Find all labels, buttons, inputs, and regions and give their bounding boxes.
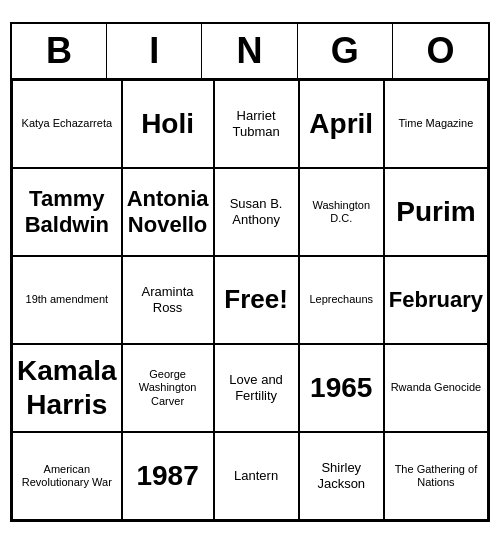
bingo-cell-0: Katya Echazarreta — [12, 80, 122, 168]
bingo-cell-3: April — [299, 80, 384, 168]
bingo-cell-9: Purim — [384, 168, 488, 256]
bingo-cell-15: Kamala Harris — [12, 344, 122, 432]
header-letter-g: G — [298, 24, 393, 78]
bingo-cell-11: Araminta Ross — [122, 256, 214, 344]
header-letter-i: I — [107, 24, 202, 78]
header-letter-b: B — [12, 24, 107, 78]
bingo-cell-14: February — [384, 256, 488, 344]
bingo-cell-13: Leprechauns — [299, 256, 384, 344]
bingo-cell-7: Susan B. Anthony — [214, 168, 299, 256]
bingo-cell-6: Antonia Novello — [122, 168, 214, 256]
bingo-card: BINGO Katya EchazarretaHoliHarriet Tubma… — [10, 22, 490, 522]
bingo-grid: Katya EchazarretaHoliHarriet TubmanApril… — [12, 80, 488, 520]
bingo-cell-12: Free! — [214, 256, 299, 344]
bingo-header: BINGO — [12, 24, 488, 80]
bingo-cell-16: George Washington Carver — [122, 344, 214, 432]
bingo-cell-2: Harriet Tubman — [214, 80, 299, 168]
bingo-cell-20: American Revolutionary War — [12, 432, 122, 520]
bingo-cell-10: 19th amendment — [12, 256, 122, 344]
bingo-cell-5: Tammy Baldwin — [12, 168, 122, 256]
bingo-cell-1: Holi — [122, 80, 214, 168]
bingo-cell-24: The Gathering of Nations — [384, 432, 488, 520]
bingo-cell-23: Shirley Jackson — [299, 432, 384, 520]
bingo-cell-22: Lantern — [214, 432, 299, 520]
bingo-cell-4: Time Magazine — [384, 80, 488, 168]
header-letter-n: N — [202, 24, 297, 78]
bingo-cell-21: 1987 — [122, 432, 214, 520]
bingo-cell-8: Washington D.C. — [299, 168, 384, 256]
bingo-cell-17: Love and Fertility — [214, 344, 299, 432]
bingo-cell-19: Rwanda Genocide — [384, 344, 488, 432]
header-letter-o: O — [393, 24, 488, 78]
bingo-cell-18: 1965 — [299, 344, 384, 432]
